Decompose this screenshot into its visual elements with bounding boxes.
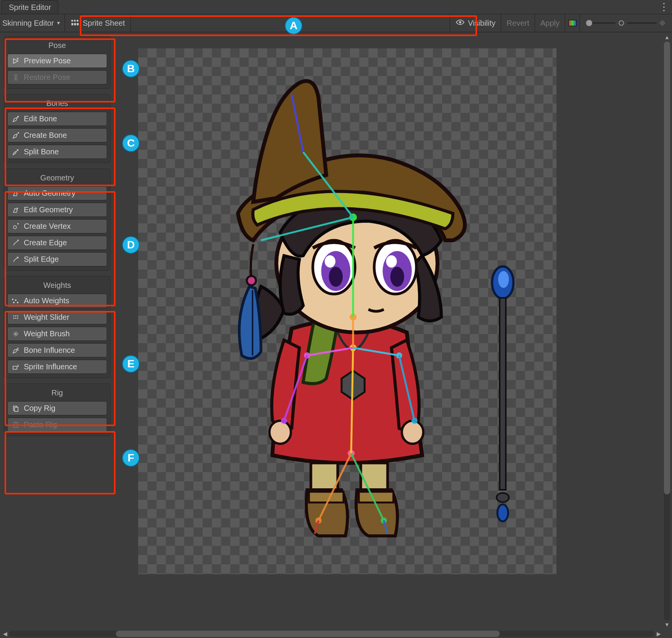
svg-point-10: [15, 74, 17, 77]
svg-point-20: [13, 317, 15, 319]
slider-knob[interactable]: [586, 20, 592, 26]
create-bone-button[interactable]: Create Bone: [7, 128, 107, 142]
vertical-scrollbar[interactable]: ▲ ▼: [663, 33, 671, 629]
eye-icon: [456, 18, 465, 28]
create-bone-icon: [12, 131, 20, 140]
svg-rect-41: [309, 492, 343, 502]
svg-point-18: [15, 315, 17, 316]
panel-rig: Rig Copy Rig Paste Rig: [4, 383, 111, 436]
scroll-down-arrow-icon[interactable]: ▼: [663, 620, 671, 629]
svg-rect-34: [500, 298, 506, 490]
slider-end-icon: [659, 20, 666, 26]
edit-bone-label: Edit Bone: [24, 114, 57, 123]
sprite-sheet-button[interactable]: Sprite Sheet: [65, 14, 130, 32]
vscroll-thumb[interactable]: [664, 41, 670, 494]
bone-influence-icon: [12, 346, 20, 355]
sprite-character: [138, 48, 556, 574]
tab-sprite-editor[interactable]: Sprite Editor: [2, 0, 58, 14]
edit-geometry-icon: [12, 206, 20, 214]
auto-geometry-button[interactable]: Auto Geometry: [7, 186, 107, 200]
create-bone-label: Create Bone: [24, 131, 67, 140]
hscroll-thumb[interactable]: [116, 631, 500, 637]
svg-point-37: [269, 421, 291, 444]
svg-point-38: [402, 421, 423, 444]
svg-point-0: [71, 20, 73, 21]
restore-pose-button[interactable]: Restore Pose: [7, 70, 107, 84]
svg-point-49: [390, 267, 404, 287]
svg-rect-8: [659, 20, 666, 26]
kebab-menu-icon[interactable]: ⋮: [659, 2, 668, 12]
scroll-right-arrow-icon[interactable]: ▶: [654, 630, 663, 638]
split-bone-button[interactable]: Split Bone: [7, 145, 107, 159]
weight-brush-button[interactable]: Weight Brush: [7, 327, 107, 341]
edit-geometry-button[interactable]: Edit Geometry: [7, 203, 107, 217]
auto-geometry-label: Auto Geometry: [24, 189, 76, 198]
panel-title-pose: Pose: [7, 40, 107, 54]
preview-pose-button[interactable]: Preview Pose: [7, 54, 107, 68]
scroll-up-arrow-icon[interactable]: ▲: [663, 33, 671, 41]
weight-slider-label: Weight Slider: [24, 313, 69, 322]
weight-slider-button[interactable]: Weight Slider: [7, 310, 107, 324]
svg-point-48: [329, 267, 343, 287]
sprite-influence-button[interactable]: Sprite Influence: [7, 360, 107, 374]
split-bone-label: Split Bone: [24, 147, 59, 156]
svg-rect-31: [15, 422, 17, 423]
svg-point-50: [325, 255, 335, 268]
svg-point-19: [17, 315, 18, 316]
split-edge-label: Split Edge: [24, 255, 59, 264]
opacity-slider[interactable]: [580, 14, 672, 32]
svg-point-21: [15, 317, 17, 319]
panel-title-geometry: Geometry: [7, 172, 107, 186]
svg-point-25: [18, 347, 19, 349]
weight-brush-icon: [12, 330, 20, 338]
svg-rect-3: [71, 23, 73, 25]
panel-title-weights: Weights: [7, 279, 107, 294]
preview-pose-icon: [12, 57, 20, 65]
svg-point-52: [247, 276, 256, 285]
preview-pose-label: Preview Pose: [24, 56, 71, 65]
visibility-label: Visibility: [468, 19, 495, 28]
copy-rig-button[interactable]: Copy Rig: [7, 401, 107, 415]
svg-point-6: [459, 21, 461, 23]
copy-icon: [12, 404, 20, 413]
svg-rect-27: [13, 366, 17, 369]
color-swatch-button[interactable]: [565, 14, 580, 32]
weight-brush-label: Weight Brush: [24, 329, 70, 338]
svg-point-35: [497, 493, 509, 502]
split-bone-icon: [12, 148, 20, 156]
canvas-area[interactable]: [115, 32, 672, 630]
panel-title-bones: Bones: [7, 98, 107, 112]
create-vertex-button[interactable]: Create Vertex: [7, 219, 107, 233]
tab-bar: Sprite Editor ⋮: [0, 0, 672, 14]
split-edge-button[interactable]: Split Edge: [7, 252, 107, 266]
panel-bones: Bones Edit Bone Create Bone Split Bone: [4, 94, 111, 163]
slider-track: [586, 22, 616, 24]
toolbar: Skinning Editor ▼ Sprite Sheet Visibilit…: [0, 14, 672, 32]
restore-pose-label: Restore Pose: [24, 73, 70, 82]
sprite-sheet-icon: [70, 18, 79, 28]
mode-dropdown[interactable]: Skinning Editor ▼: [0, 14, 65, 32]
revert-button[interactable]: Revert: [501, 14, 535, 32]
visibility-button[interactable]: Visibility: [450, 14, 501, 32]
split-edge-icon: [12, 255, 20, 264]
svg-point-14: [13, 302, 15, 303]
sprite-influence-label: Sprite Influence: [24, 362, 77, 371]
svg-point-61: [411, 418, 418, 424]
paste-icon: [12, 421, 20, 429]
auto-weights-label: Auto Weights: [24, 296, 69, 305]
svg-point-59: [281, 418, 287, 424]
paste-rig-button[interactable]: Paste Rig: [7, 418, 107, 432]
svg-point-51: [386, 255, 397, 268]
scroll-left-arrow-icon[interactable]: ◀: [1, 630, 9, 638]
auto-weights-icon: [12, 297, 20, 305]
bone-influence-button[interactable]: Bone Influence: [7, 343, 107, 357]
horizontal-scrollbar[interactable]: ◀ ▶: [1, 630, 663, 638]
svg-point-1: [74, 20, 76, 21]
mode-dropdown-label: Skinning Editor: [2, 19, 54, 28]
svg-point-7: [619, 21, 624, 25]
create-edge-button[interactable]: Create Edge: [7, 236, 107, 250]
apply-button[interactable]: Apply: [535, 14, 565, 32]
edit-bone-button[interactable]: Edit Bone: [7, 112, 107, 126]
edit-geometry-label: Edit Geometry: [24, 205, 73, 214]
auto-weights-button[interactable]: Auto Weights: [7, 294, 107, 308]
